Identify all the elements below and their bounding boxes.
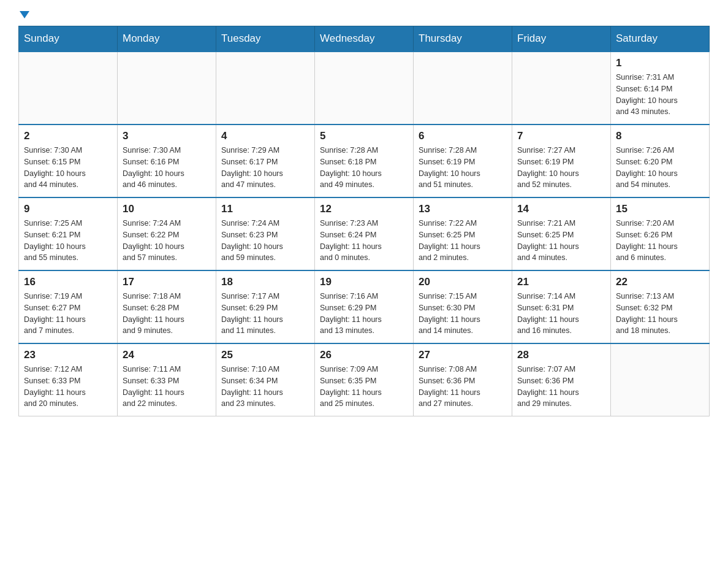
calendar-cell: 10Sunrise: 7:24 AMSunset: 6:22 PMDayligh… — [118, 197, 216, 270]
day-info: Sunrise: 7:14 AMSunset: 6:31 PMDaylight:… — [517, 291, 605, 337]
calendar-cell: 25Sunrise: 7:10 AMSunset: 6:34 PMDayligh… — [216, 343, 315, 416]
calendar-cell: 14Sunrise: 7:21 AMSunset: 6:25 PMDayligh… — [512, 197, 611, 270]
calendar-cell: 12Sunrise: 7:23 AMSunset: 6:24 PMDayligh… — [315, 197, 414, 270]
day-info: Sunrise: 7:15 AMSunset: 6:30 PMDaylight:… — [419, 291, 507, 337]
day-number: 27 — [419, 349, 507, 361]
calendar-cell — [315, 52, 414, 124]
day-info: Sunrise: 7:09 AMSunset: 6:35 PMDaylight:… — [320, 364, 408, 410]
day-number: 3 — [123, 130, 211, 142]
day-info: Sunrise: 7:24 AMSunset: 6:22 PMDaylight:… — [123, 218, 211, 264]
calendar-cell: 24Sunrise: 7:11 AMSunset: 6:33 PMDayligh… — [118, 343, 216, 416]
day-info: Sunrise: 7:12 AMSunset: 6:33 PMDaylight:… — [24, 364, 112, 410]
day-number: 21 — [517, 276, 605, 288]
calendar-cell — [216, 52, 315, 124]
calendar-cell — [512, 52, 611, 124]
calendar-cell: 28Sunrise: 7:07 AMSunset: 6:36 PMDayligh… — [512, 343, 611, 416]
calendar-cell: 26Sunrise: 7:09 AMSunset: 6:35 PMDayligh… — [315, 343, 414, 416]
day-info: Sunrise: 7:24 AMSunset: 6:23 PMDaylight:… — [221, 218, 309, 264]
calendar-cell: 6Sunrise: 7:28 AMSunset: 6:19 PMDaylight… — [414, 124, 512, 197]
calendar-cell — [611, 343, 710, 416]
day-info: Sunrise: 7:16 AMSunset: 6:29 PMDaylight:… — [320, 291, 408, 337]
day-info: Sunrise: 7:10 AMSunset: 6:34 PMDaylight:… — [221, 364, 309, 410]
day-number: 17 — [123, 276, 211, 288]
calendar-cell — [19, 52, 118, 124]
calendar-week-1: 1Sunrise: 7:31 AMSunset: 6:14 PMDaylight… — [19, 52, 710, 124]
logo — [18, 12, 29, 20]
weekday-header-monday: Monday — [118, 26, 216, 52]
calendar-cell: 3Sunrise: 7:30 AMSunset: 6:16 PMDaylight… — [118, 124, 216, 197]
day-number: 22 — [616, 276, 704, 288]
calendar-cell — [118, 52, 216, 124]
calendar-week-2: 2Sunrise: 7:30 AMSunset: 6:15 PMDaylight… — [19, 124, 710, 197]
day-number: 24 — [123, 349, 211, 361]
day-number: 14 — [517, 203, 605, 215]
day-info: Sunrise: 7:19 AMSunset: 6:27 PMDaylight:… — [24, 291, 112, 337]
calendar-cell: 11Sunrise: 7:24 AMSunset: 6:23 PMDayligh… — [216, 197, 315, 270]
day-info: Sunrise: 7:30 AMSunset: 6:15 PMDaylight:… — [24, 145, 112, 191]
calendar-cell: 15Sunrise: 7:20 AMSunset: 6:26 PMDayligh… — [611, 197, 710, 270]
day-number: 12 — [320, 203, 408, 215]
calendar-cell: 1Sunrise: 7:31 AMSunset: 6:14 PMDaylight… — [611, 52, 710, 124]
calendar-cell: 4Sunrise: 7:29 AMSunset: 6:17 PMDaylight… — [216, 124, 315, 197]
calendar-cell: 9Sunrise: 7:25 AMSunset: 6:21 PMDaylight… — [19, 197, 118, 270]
calendar-cell: 13Sunrise: 7:22 AMSunset: 6:25 PMDayligh… — [414, 197, 512, 270]
weekday-header-sunday: Sunday — [19, 26, 118, 52]
day-number: 2 — [24, 130, 112, 142]
calendar-cell: 22Sunrise: 7:13 AMSunset: 6:32 PMDayligh… — [611, 270, 710, 343]
day-info: Sunrise: 7:23 AMSunset: 6:24 PMDaylight:… — [320, 218, 408, 264]
day-info: Sunrise: 7:17 AMSunset: 6:29 PMDaylight:… — [221, 291, 309, 337]
day-number: 28 — [517, 349, 605, 361]
logo-triangle-icon — [20, 11, 29, 18]
day-number: 15 — [616, 203, 704, 215]
day-number: 16 — [24, 276, 112, 288]
day-number: 25 — [221, 349, 309, 361]
day-number: 19 — [320, 276, 408, 288]
day-info: Sunrise: 7:22 AMSunset: 6:25 PMDaylight:… — [419, 218, 507, 264]
weekday-header-row: SundayMondayTuesdayWednesdayThursdayFrid… — [19, 26, 710, 52]
day-info: Sunrise: 7:26 AMSunset: 6:20 PMDaylight:… — [616, 145, 704, 191]
calendar-cell: 17Sunrise: 7:18 AMSunset: 6:28 PMDayligh… — [118, 270, 216, 343]
calendar-week-3: 9Sunrise: 7:25 AMSunset: 6:21 PMDaylight… — [19, 197, 710, 270]
calendar-cell: 21Sunrise: 7:14 AMSunset: 6:31 PMDayligh… — [512, 270, 611, 343]
day-info: Sunrise: 7:30 AMSunset: 6:16 PMDaylight:… — [123, 145, 211, 191]
calendar-cell: 23Sunrise: 7:12 AMSunset: 6:33 PMDayligh… — [19, 343, 118, 416]
calendar-cell — [414, 52, 512, 124]
day-info: Sunrise: 7:27 AMSunset: 6:19 PMDaylight:… — [517, 145, 605, 191]
calendar-cell: 16Sunrise: 7:19 AMSunset: 6:27 PMDayligh… — [19, 270, 118, 343]
day-number: 9 — [24, 203, 112, 215]
day-number: 11 — [221, 203, 309, 215]
weekday-header-friday: Friday — [512, 26, 611, 52]
day-info: Sunrise: 7:11 AMSunset: 6:33 PMDaylight:… — [123, 364, 211, 410]
day-number: 23 — [24, 349, 112, 361]
day-info: Sunrise: 7:29 AMSunset: 6:17 PMDaylight:… — [221, 145, 309, 191]
day-number: 5 — [320, 130, 408, 142]
calendar-week-5: 23Sunrise: 7:12 AMSunset: 6:33 PMDayligh… — [19, 343, 710, 416]
day-info: Sunrise: 7:28 AMSunset: 6:19 PMDaylight:… — [419, 145, 507, 191]
calendar-cell: 27Sunrise: 7:08 AMSunset: 6:36 PMDayligh… — [414, 343, 512, 416]
day-number: 20 — [419, 276, 507, 288]
day-info: Sunrise: 7:20 AMSunset: 6:26 PMDaylight:… — [616, 218, 704, 264]
calendar-cell: 20Sunrise: 7:15 AMSunset: 6:30 PMDayligh… — [414, 270, 512, 343]
weekday-header-tuesday: Tuesday — [216, 26, 315, 52]
calendar-cell: 19Sunrise: 7:16 AMSunset: 6:29 PMDayligh… — [315, 270, 414, 343]
page-header — [18, 12, 710, 20]
calendar-cell: 7Sunrise: 7:27 AMSunset: 6:19 PMDaylight… — [512, 124, 611, 197]
day-info: Sunrise: 7:07 AMSunset: 6:36 PMDaylight:… — [517, 364, 605, 410]
calendar-week-4: 16Sunrise: 7:19 AMSunset: 6:27 PMDayligh… — [19, 270, 710, 343]
day-number: 10 — [123, 203, 211, 215]
day-number: 6 — [419, 130, 507, 142]
day-number: 26 — [320, 349, 408, 361]
calendar-cell: 2Sunrise: 7:30 AMSunset: 6:15 PMDaylight… — [19, 124, 118, 197]
weekday-header-wednesday: Wednesday — [315, 26, 414, 52]
calendar-cell: 5Sunrise: 7:28 AMSunset: 6:18 PMDaylight… — [315, 124, 414, 197]
day-number: 4 — [221, 130, 309, 142]
day-number: 7 — [517, 130, 605, 142]
day-info: Sunrise: 7:18 AMSunset: 6:28 PMDaylight:… — [123, 291, 211, 337]
day-info: Sunrise: 7:21 AMSunset: 6:25 PMDaylight:… — [517, 218, 605, 264]
calendar-cell: 8Sunrise: 7:26 AMSunset: 6:20 PMDaylight… — [611, 124, 710, 197]
day-info: Sunrise: 7:28 AMSunset: 6:18 PMDaylight:… — [320, 145, 408, 191]
weekday-header-thursday: Thursday — [414, 26, 512, 52]
day-info: Sunrise: 7:08 AMSunset: 6:36 PMDaylight:… — [419, 364, 507, 410]
day-number: 1 — [616, 57, 704, 69]
day-info: Sunrise: 7:31 AMSunset: 6:14 PMDaylight:… — [616, 72, 704, 118]
